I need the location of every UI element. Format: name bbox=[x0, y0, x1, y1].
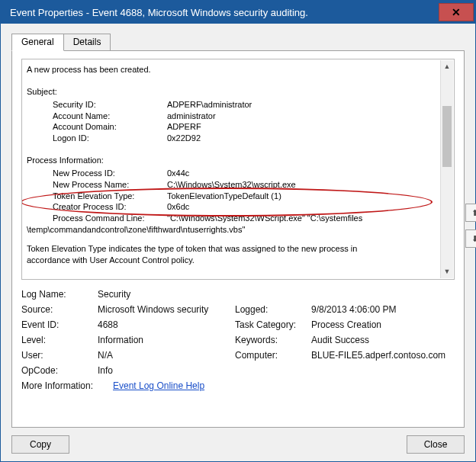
close-icon: ✕ bbox=[452, 6, 461, 18]
description-wrap: A new process has been created. Subject:… bbox=[21, 59, 455, 280]
close-button[interactable]: Close bbox=[407, 435, 465, 454]
copy-button-label: Copy bbox=[30, 439, 51, 450]
token-elevation-type-value: TokenElevationTypeDefault (1) bbox=[167, 191, 281, 202]
description-textarea[interactable]: A new process has been created. Subject:… bbox=[21, 59, 455, 280]
subject-heading: Subject: bbox=[27, 86, 437, 98]
task-category-label: Task Category: bbox=[235, 319, 311, 330]
creator-process-id-label: Creator Process ID: bbox=[53, 201, 167, 213]
token-elevation-note-1: Token Elevation Type indicates the type … bbox=[27, 243, 437, 255]
task-category-value: Process Creation bbox=[311, 319, 455, 330]
keywords-label: Keywords: bbox=[235, 335, 311, 345]
window-title: Event Properties - Event 4688, Microsoft… bbox=[1, 7, 439, 18]
event-id-value: 4688 bbox=[98, 319, 235, 330]
process-info-heading: Process Information: bbox=[27, 155, 437, 166]
logged-label: Logged: bbox=[235, 304, 311, 315]
tab-details[interactable]: Details bbox=[63, 34, 111, 51]
new-process-id-value: 0x44c bbox=[167, 168, 189, 179]
scroll-down-icon[interactable]: ▼ bbox=[441, 265, 453, 278]
close-button-label: Close bbox=[424, 439, 448, 450]
arrow-up-icon: ⬆ bbox=[471, 208, 477, 218]
general-panel: A new process has been created. Subject:… bbox=[11, 50, 465, 428]
logon-id-label: Logon ID: bbox=[53, 133, 167, 144]
desc-created: A new process has been created. bbox=[27, 64, 437, 75]
logon-id-value: 0x22D92 bbox=[167, 133, 201, 144]
process-command-line-value-2: \temp\commandandcontrol\zone\fifthward\n… bbox=[27, 224, 245, 236]
user-value: N/A bbox=[98, 350, 235, 361]
computer-label: Computer: bbox=[235, 350, 311, 361]
window-close-button[interactable]: ✕ bbox=[439, 3, 474, 21]
level-label: Level: bbox=[21, 335, 98, 345]
account-name-label: Account Name: bbox=[53, 111, 167, 122]
more-information-label: More Information: bbox=[21, 380, 113, 391]
tab-details-label: Details bbox=[73, 37, 101, 47]
client-area: General Details A new process has been c… bbox=[1, 24, 475, 461]
computer-value: BLUE-FILE5.adperf.contoso.com bbox=[311, 350, 455, 361]
new-process-name-label: New Process Name: bbox=[53, 179, 167, 191]
security-id-value: ADPERF\administrator bbox=[167, 99, 252, 111]
description-scrollbar[interactable]: ▲ ▼ bbox=[440, 60, 453, 278]
opcode-label: OpCode: bbox=[21, 365, 98, 376]
nav-buttons: ⬆ ⬇ bbox=[465, 204, 476, 248]
scroll-up-icon[interactable]: ▲ bbox=[441, 60, 453, 73]
tab-strip: General Details bbox=[11, 33, 465, 50]
level-value: Information bbox=[98, 335, 235, 345]
creator-process-id-value: 0x6dc bbox=[167, 201, 189, 213]
user-label: User: bbox=[21, 350, 98, 361]
account-domain-label: Account Domain: bbox=[53, 121, 167, 133]
event-id-label: Event ID: bbox=[21, 319, 98, 330]
titlebar: Event Properties - Event 4688, Microsoft… bbox=[1, 1, 475, 24]
opcode-value: Info bbox=[98, 365, 235, 376]
new-process-id-label: New Process ID: bbox=[53, 168, 167, 179]
previous-event-button[interactable]: ⬆ bbox=[465, 204, 476, 222]
token-elevation-note-2: accordance with User Account Control pol… bbox=[27, 255, 437, 266]
account-name-value: administrator bbox=[167, 111, 216, 122]
process-command-line-value-1: "C:\Windows\System32\WScript.exe" "C:\sy… bbox=[167, 213, 362, 224]
event-log-online-help-link[interactable]: Event Log Online Help bbox=[113, 380, 204, 391]
keywords-value: Audit Success bbox=[311, 335, 455, 345]
event-metadata: Log Name: Security Source: Microsoft Win… bbox=[21, 289, 455, 396]
logged-value: 9/8/2013 4:06:00 PM bbox=[311, 304, 455, 315]
token-elevation-type-label: Token Elevation Type: bbox=[53, 191, 167, 202]
footer-buttons: Copy Close bbox=[11, 435, 465, 454]
copy-button[interactable]: Copy bbox=[11, 435, 69, 454]
source-label: Source: bbox=[21, 304, 98, 315]
next-event-button[interactable]: ⬇ bbox=[465, 229, 476, 248]
scroll-thumb[interactable] bbox=[442, 106, 452, 167]
security-id-label: Security ID: bbox=[53, 99, 167, 111]
tab-general-label: General bbox=[21, 37, 54, 47]
arrow-down-icon: ⬇ bbox=[471, 234, 477, 244]
log-name-label: Log Name: bbox=[21, 289, 98, 300]
log-name-value: Security bbox=[98, 289, 235, 300]
process-command-line-label: Process Command Line: bbox=[53, 213, 167, 224]
account-domain-value: ADPERF bbox=[167, 121, 201, 133]
source-value: Microsoft Windows security bbox=[98, 304, 235, 315]
new-process-name-value: C:\Windows\System32\wscript.exe bbox=[167, 179, 296, 191]
event-properties-window: Event Properties - Event 4688, Microsoft… bbox=[0, 0, 476, 462]
tab-general[interactable]: General bbox=[11, 34, 64, 51]
